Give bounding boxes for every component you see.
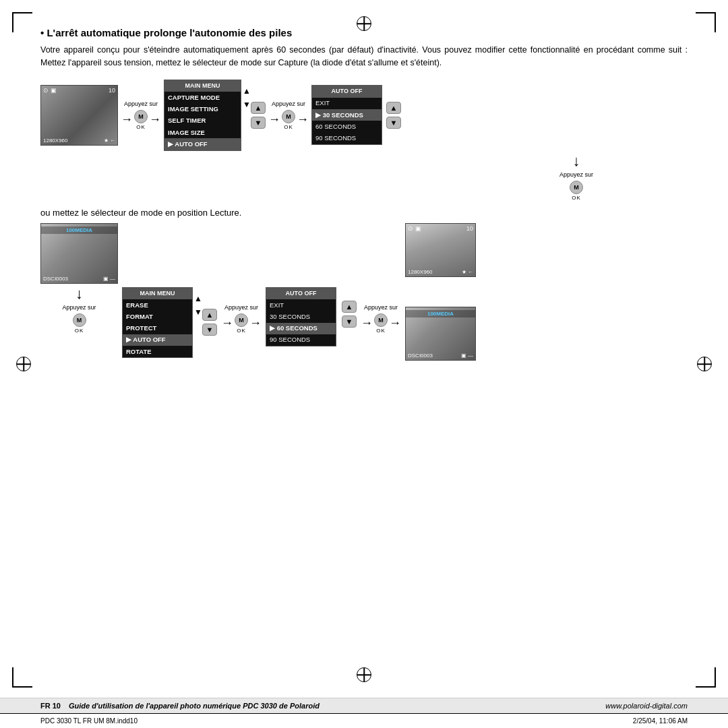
playback-item-3[interactable]: PROTECT: [123, 323, 192, 334]
autooff-1-exit[interactable]: EXIT: [312, 98, 382, 109]
body-text: Votre appareil conçu pour s'éteindre aut…: [40, 44, 688, 70]
m-button-3[interactable]: M: [570, 181, 583, 194]
menu-capture-item-2[interactable]: IMAGE SETTING: [164, 104, 241, 115]
screen-icons-2: ⊙ ▣: [408, 225, 421, 232]
crosshair-left: [16, 357, 31, 371]
autooff-2-exit[interactable]: EXIT: [266, 299, 336, 311]
screen-top-bar-1: ⊙ ▣ 10: [43, 87, 115, 94]
m-button-2[interactable]: M: [282, 110, 295, 123]
nav-down-4[interactable]: ▼: [342, 315, 357, 328]
camera-screen-2: ⊙ ▣ 10 1280X960 ★ ←: [405, 223, 476, 277]
bottom-bar: FR 10 Guide d'utilisation de l'appareil …: [0, 698, 728, 728]
screen-btm-icons-1: ★ ←: [104, 138, 115, 144]
menu-capture: MAIN MENU CAPTURE MODE IMAGE SETTING SEL…: [164, 80, 241, 151]
crosshair-right: [697, 357, 712, 371]
nav-up-2[interactable]: ▲: [386, 102, 401, 114]
media-file-1: DSCI0003: [43, 276, 68, 282]
footer-file: PDC 3030 TL FR UM 8M.indd10: [40, 717, 138, 725]
nav-group-2: ▲ ▼: [386, 102, 401, 129]
autooff-2-60[interactable]: ▶ 60 SECONDS: [266, 323, 336, 334]
m-btn-group-5: M OK: [235, 313, 248, 334]
guide-text: Guide d'utilisation de l'appareil photo …: [69, 702, 320, 710]
m-button-1[interactable]: M: [134, 110, 148, 123]
media-group-1: 100MEDIA DSCI0003 ▣ — ↓ Appuyez sur M OK: [40, 223, 118, 334]
press-group-2: Appuyez sur → M OK →: [268, 100, 309, 130]
appuyez-5: Appuyez sur: [224, 304, 258, 311]
menu-capture-item-3[interactable]: SELF TIMER: [164, 115, 241, 127]
menu-capture-header: MAIN MENU: [164, 80, 241, 92]
nav-group-4: ▲ ▼: [342, 301, 357, 328]
media-icons-1: ▣ —: [103, 276, 115, 282]
press-group-4: Appuyez sur → M OK →: [361, 304, 401, 334]
crosshair-top: [357, 16, 371, 31]
nav-down-1[interactable]: ▼: [251, 117, 266, 129]
menu-capture-item-4[interactable]: IMAGE SIZE: [164, 127, 241, 138]
playback-menu-wrap: MAIN MENU ERASE FORMAT PROTECT ▶ AUTO OF…: [122, 287, 193, 359]
top-diagram-row: ⊙ ▣ 10 1280X960 ★ ← Appuyez sur → M OK →: [40, 80, 688, 151]
media-label-2: 100MEDIA: [406, 310, 475, 317]
nav-group-3: ▲ ▼: [202, 309, 217, 336]
main-menu-capture-panel: MAIN MENU CAPTURE MODE IMAGE SETTING SEL…: [164, 80, 241, 151]
nav-up-1[interactable]: ▲: [251, 102, 266, 114]
screen-bottom-bar-1: 1280X960 ★ ←: [43, 138, 115, 144]
playback-item-4[interactable]: ▶ AUTO OFF: [123, 334, 192, 346]
screen-btm-icons-2: ★ ←: [462, 269, 473, 275]
nav-up-4[interactable]: ▲: [342, 301, 357, 313]
playback-item-1[interactable]: ERASE: [123, 299, 192, 311]
media-bottom-1: DSCI0003 ▣ —: [43, 276, 115, 282]
m-button-4[interactable]: M: [73, 313, 86, 327]
autooff-2-30[interactable]: 30 SECONDS: [266, 311, 336, 322]
corner-mark-bl: [12, 667, 32, 688]
menu-playback: MAIN MENU ERASE FORMAT PROTECT ▶ AUTO OF…: [122, 287, 193, 359]
playback-item-5[interactable]: ROTATE: [123, 346, 192, 357]
screen-res-1: 1280X960: [43, 138, 67, 144]
nav-down-3[interactable]: ▼: [202, 324, 217, 336]
m-btn-group-6: M OK: [374, 313, 388, 334]
autooff-1-30[interactable]: ▶ 30 SECONDS: [312, 109, 382, 121]
corner-mark-tr: [696, 12, 716, 32]
appuyez-6: Appuyez sur: [364, 304, 398, 311]
autooff-1-60[interactable]: 60 SECONDS: [312, 121, 382, 132]
screen-bottom-bar-2: 1280X960 ★ ←: [408, 269, 473, 275]
press-group-3: Appuyez sur → M OK →: [221, 304, 262, 334]
ok-label-2: OK: [284, 124, 293, 130]
menu-capture-item-5[interactable]: ▶ AUTO OFF: [164, 138, 241, 150]
nav-group-1: ▲ ▼: [251, 102, 266, 129]
playback-menu-section: MAIN MENU ERASE FORMAT PROTECT ▶ AUTO OF…: [122, 287, 217, 359]
menu-capture-item-1[interactable]: CAPTURE MODE: [164, 92, 241, 103]
ok-label-5: OK: [237, 328, 246, 334]
media-label-1: 100MEDIA: [41, 226, 117, 234]
menu-scroll-arrows: ▲ ▼: [243, 86, 251, 109]
appuyez-2: Appuyez sur: [272, 100, 305, 107]
appuyez-3: Appuyez sur: [559, 171, 593, 178]
media-file-2: DSCI0003: [408, 353, 433, 359]
down-press-group: ↓ Appuyez sur M OK: [40, 154, 688, 201]
crosshair-bottom: [357, 667, 371, 682]
playback-scroll-arrows: ▲ ▼: [194, 294, 202, 317]
corner-mark-br: [696, 667, 716, 688]
m-btn-group-4: M OK: [73, 313, 86, 334]
playback-item-2[interactable]: FORMAT: [123, 311, 192, 322]
footer-line: PDC 3030 TL FR UM 8M.indd10 2/25/04, 11:…: [0, 713, 728, 728]
page: • L'arrêt automatique prolonge l'autonom…: [0, 0, 728, 728]
nav-up-3[interactable]: ▲: [202, 309, 217, 321]
ok-label-4: OK: [75, 328, 84, 334]
fr-label: FR 10: [40, 702, 61, 710]
autooff2-section: AUTO OFF EXIT 30 SECONDS ▶ 60 SECONDS 90…: [266, 287, 336, 347]
guide-url: www.polaroid-digital.com: [328, 702, 688, 710]
autooff-2-header: AUTO OFF: [266, 288, 336, 300]
screen-icons-1: ⊙ ▣: [43, 87, 57, 94]
appuyez-4: Appuyez sur: [62, 304, 96, 311]
appuyez-1: Appuyez sur: [124, 100, 158, 107]
m-button-6[interactable]: M: [374, 313, 388, 327]
media-screen-2: 100MEDIA DSCI0003 ▣ —: [405, 307, 476, 361]
m-button-5[interactable]: M: [235, 313, 248, 327]
autooff-2-90[interactable]: 90 SECONDS: [266, 334, 336, 346]
mid-text: ou mettez le sélecteur de mode en positi…: [40, 208, 688, 218]
corner-mark-tl: [12, 12, 32, 32]
ok-label-1: OK: [136, 124, 146, 130]
auto-off-panel-1: AUTO OFF EXIT ▶ 30 SECONDS 60 SECONDS 90…: [311, 85, 382, 145]
autooff-1-90[interactable]: 90 SECONDS: [312, 133, 382, 144]
nav-down-2[interactable]: ▼: [386, 117, 401, 129]
screen-count-1: 10: [109, 87, 115, 94]
